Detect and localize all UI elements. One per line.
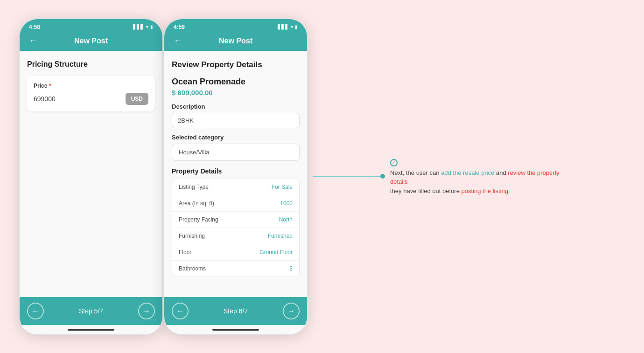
phone1-time: 4:58 xyxy=(29,24,40,30)
detail-value: 2 xyxy=(289,265,293,272)
phone1-price-input-row: USD xyxy=(34,93,148,105)
phone-1: 4:58 ▋▋▋ ▾ ▮ ← New Post Pricing Structur… xyxy=(19,18,163,335)
detail-value: North xyxy=(279,216,293,223)
table-row: Property Facing North xyxy=(172,212,299,228)
detail-key: Area (In sq. ft) xyxy=(179,200,214,207)
phone1-body: Pricing Structure Price * USD xyxy=(20,51,162,297)
phone1-price-label: Price * xyxy=(34,83,148,89)
table-row: Furnishing Furnished xyxy=(172,228,299,244)
phone2-property-price: $ 699,000.00 xyxy=(172,89,300,97)
table-row: Area (In sq. ft) 1000 xyxy=(172,195,299,212)
phone2-category-label: Selected category xyxy=(172,134,300,141)
annotation-highlight-post: posting the listing xyxy=(462,187,508,194)
phone2-description-label: Description xyxy=(172,103,300,110)
phone2-category-box: House/Villa xyxy=(172,144,300,161)
table-row: Floor Ground Floor xyxy=(172,244,299,261)
phone2-body: Review Property Details Ocean Promenade … xyxy=(164,51,307,297)
phone1-currency-badge: USD xyxy=(126,93,148,105)
annotation-highlight-add: add the resale price xyxy=(441,169,494,176)
phone2-details-table: Listing Type For Sale Area (In sq. ft) 1… xyxy=(172,179,300,277)
annotation-text-before: Next, the user can xyxy=(390,169,441,176)
phone2-status-icons: ▋▋▋ ▾ ▮ xyxy=(278,24,298,29)
phone2-home-bar xyxy=(212,329,259,331)
annotation-bubble: ✓ Next, the user can add the resale pric… xyxy=(390,158,567,196)
annotation-icon-row: ✓ xyxy=(390,159,398,166)
phone2-battery-icon: ▮ xyxy=(295,24,298,29)
phone1-step-label: Step 5/7 xyxy=(79,307,103,315)
phone2-step-label: Step 6/7 xyxy=(224,307,248,315)
table-row: Listing Type For Sale xyxy=(172,179,299,195)
annotation-text-and: and xyxy=(494,169,508,176)
phone2-status-bar: 4:59 ▋▋▋ ▾ ▮ xyxy=(174,24,298,33)
annotation-text-they: they have filled out before xyxy=(390,187,462,194)
phone2-review-title: Review Property Details xyxy=(172,60,300,69)
phone2-details-label: Property Details xyxy=(172,167,300,175)
phone2-back-button[interactable]: ← xyxy=(174,36,182,46)
phone1-header: 4:58 ▋▋▋ ▾ ▮ ← New Post xyxy=(20,19,162,51)
phone1-bottom-bar: ← Step 5/7 → xyxy=(20,297,162,325)
phone1-price-card: Price * USD xyxy=(27,76,155,111)
phone1-wifi-icon: ▾ xyxy=(146,24,148,29)
phone1-section-title: Pricing Structure xyxy=(27,60,155,69)
phone1-battery-icon: ▮ xyxy=(150,24,153,29)
phone1-status-icons: ▋▋▋ ▾ ▮ xyxy=(133,24,153,29)
checkmark-icon: ✓ xyxy=(390,159,398,166)
phone1-back-button[interactable]: ← xyxy=(29,36,37,46)
phone1-price-input[interactable] xyxy=(34,93,122,104)
connector-dot xyxy=(380,174,385,179)
connector-line xyxy=(313,176,383,177)
phone2-nav-title: New Post xyxy=(219,37,252,45)
phone1-required-star: * xyxy=(49,83,51,89)
phone1-next-button[interactable]: → xyxy=(138,303,155,319)
phone1-home-indicator xyxy=(20,325,162,334)
annotation-text: Next, the user can add the resale price … xyxy=(390,168,567,196)
detail-key: Listing Type xyxy=(179,184,209,190)
detail-key: Floor xyxy=(179,249,191,256)
detail-value: For Sale xyxy=(272,184,293,190)
phone2-property-name: Ocean Promenade xyxy=(172,77,300,87)
phone1-price-label-text: Price xyxy=(34,83,47,89)
phone2-signal-icon: ▋▋▋ xyxy=(278,24,289,29)
phone1-signal-icon: ▋▋▋ xyxy=(133,24,144,29)
phone2-wifi-icon: ▾ xyxy=(291,24,293,29)
phone2-nav-bar: ← New Post xyxy=(174,33,298,51)
phone2-header: 4:59 ▋▋▋ ▾ ▮ ← New Post xyxy=(164,19,307,51)
phone1-nav-title: New Post xyxy=(74,37,108,45)
detail-key: Furnishing xyxy=(179,233,205,239)
phone1-prev-button[interactable]: ← xyxy=(27,303,44,319)
phone2-time: 4:59 xyxy=(174,24,185,30)
detail-value: Furnished xyxy=(268,233,293,239)
connector-annotation: ✓ Next, the user can add the resale pric… xyxy=(313,158,567,196)
phone2-next-button[interactable]: → xyxy=(283,303,300,319)
detail-key: Property Facing xyxy=(179,216,218,223)
phone2-home-indicator xyxy=(164,325,307,334)
phone1-status-bar: 4:58 ▋▋▋ ▾ ▮ xyxy=(29,24,153,33)
phone1-nav-bar: ← New Post xyxy=(29,33,153,51)
phone2-prev-button[interactable]: ← xyxy=(172,303,189,319)
phone2-description-box: 2BHK xyxy=(172,113,300,128)
phone2-bottom-bar: ← Step 6/7 → xyxy=(164,297,307,325)
detail-value: Ground Floor xyxy=(259,249,293,256)
table-row: Bathrooms 2 xyxy=(172,261,299,277)
phone-2: 4:59 ▋▋▋ ▾ ▮ ← New Post Review Property … xyxy=(163,18,308,335)
detail-key: Bathrooms xyxy=(179,265,206,272)
detail-value: 1000 xyxy=(280,200,293,207)
phone1-home-bar xyxy=(68,329,114,331)
annotation-text-end: . xyxy=(508,187,510,194)
